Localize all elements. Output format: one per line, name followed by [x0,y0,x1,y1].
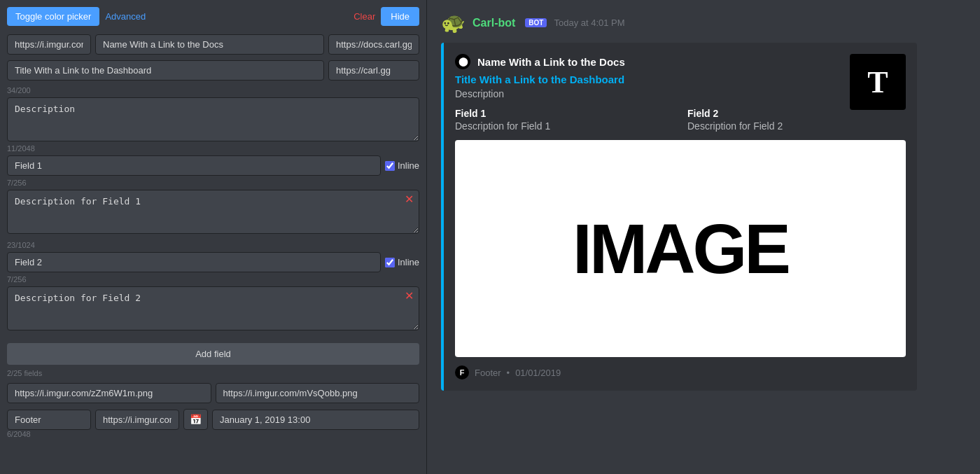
field2-name-input[interactable] [7,252,381,272]
author-url-input[interactable] [328,34,419,55]
message-header: 🐢 Carl-bot BOT Today at 4:01 PM [441,11,966,34]
field2-desc-wrap: ✕ [7,286,419,333]
field1-inline-text: Inline [398,160,419,171]
footer-icon-letter: F [460,368,465,377]
embed-card: ⬤ Name With a Link to the Docs T Title W… [441,43,917,391]
embed-field2-value: Description for Field 2 [687,120,906,132]
right-panel: 🐢 Carl-bot BOT Today at 4:01 PM ⬤ Name W… [427,0,980,474]
field2-inline-text: Inline [398,257,419,267]
embed-footer-separator: • [507,368,510,378]
embed-field1: Field 1 Description for Field 1 [455,108,673,132]
footer-icon-input[interactable] [95,410,179,430]
field2-block: 23/1024 Inline 7/256 ✕ [7,241,419,333]
field1-inline-checkbox[interactable] [385,161,395,171]
embed-footer-icon: F [455,365,469,379]
field1-block: 11/2048 Inline 7/256 ✕ [7,144,419,237]
title-input[interactable] [7,60,324,81]
footer-text-input[interactable] [7,410,91,430]
row1 [7,34,419,55]
bot-badge: BOT [525,18,547,27]
author-icon-symbol: ⬤ [458,57,468,67]
embed-field1-value: Description for Field 1 [455,120,673,132]
embed-title-link[interactable]: Title With a Link to the Dashboard [455,74,906,85]
add-field-button[interactable]: Add field [7,343,419,365]
embed-author-icon: ⬤ [455,54,470,69]
field2-name-count: 23/1024 [7,241,419,249]
title-url-input[interactable] [328,60,419,81]
field1-description-textarea[interactable] [7,190,419,234]
field2-inline-label: Inline [385,257,419,267]
bot-name: Carl-bot [472,17,515,29]
image-url2-input[interactable] [216,383,420,403]
embed-fields: Field 1 Description for Field 1 Field 2 … [455,108,906,132]
embed-author-name: Name With a Link to the Docs [477,56,625,68]
field1-desc-count: 7/256 [7,179,419,187]
embed-field2: Field 2 Description for Field 2 [687,108,906,132]
field1-delete-button[interactable]: ✕ [402,193,416,207]
field2-inline-checkbox[interactable] [385,258,395,267]
row2 [7,60,419,81]
embed-footer-date: 01/01/2019 [515,368,561,378]
fields-count: 2/25 fields [7,369,419,377]
embed-footer: F Footer • 01/01/2019 [455,365,906,379]
embed-image: IMAGE [455,140,906,357]
embed-author-row: ⬤ Name With a Link to the Docs [455,54,906,69]
hide-button[interactable]: Hide [381,7,419,26]
footer-char-count: 6/2048 [7,430,419,438]
field1-name-count: 11/2048 [7,144,419,153]
field2-desc-count: 7/256 [7,275,419,284]
field2-delete-button[interactable]: ✕ [402,289,416,303]
toggle-color-picker-button[interactable]: Toggle color picker [7,7,99,26]
footer-row: 📅 [7,409,419,430]
calendar-button[interactable]: 📅 [183,409,208,430]
field1-name-input[interactable] [7,155,381,176]
field1-desc-wrap: ✕ [7,190,419,237]
field2-name-row: Inline [7,252,419,272]
top-bar: Toggle color picker Advanced Clear Hide [7,7,419,26]
field1-name-row: Inline [7,155,419,176]
message-timestamp: Today at 4:01 PM [554,18,624,28]
advanced-button[interactable]: Advanced [105,11,146,22]
embed-description: Description [455,88,906,99]
description-char-count: 34/200 [7,86,419,95]
thumbnail-letter: T [867,64,888,100]
turtle-icon: 🐢 [441,11,465,34]
left-panel: Toggle color picker Advanced Clear Hide … [0,0,427,474]
embed-image-text: IMAGE [573,209,788,289]
author-name-input[interactable] [95,34,324,55]
clear-button[interactable]: Clear [354,11,375,22]
image-url1-input[interactable] [7,383,211,403]
image-url-row [7,383,419,403]
description-textarea[interactable] [7,97,419,141]
field2-description-textarea[interactable] [7,286,419,330]
embed-footer-text: Footer [475,368,501,378]
author-image-url-input[interactable] [7,34,91,55]
embed-field1-name: Field 1 [455,108,673,119]
embed-thumbnail: T [850,54,906,110]
timestamp-input[interactable] [212,410,419,430]
field1-inline-label: Inline [385,160,419,171]
